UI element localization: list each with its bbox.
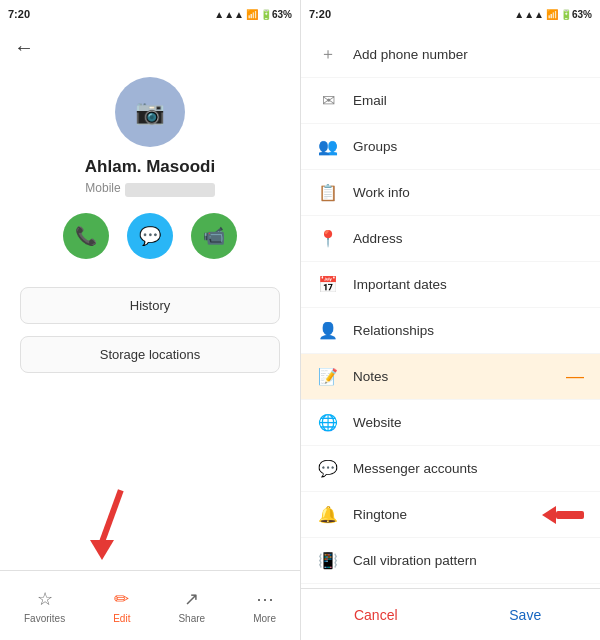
wifi-icon: 📶 <box>246 9 258 20</box>
dates-icon: 📅 <box>317 275 339 294</box>
cancel-button[interactable]: Cancel <box>301 589 451 640</box>
save-button[interactable]: Save <box>451 589 601 640</box>
menu-text-vibration: Call vibration pattern <box>353 553 584 568</box>
menu-item-dates[interactable]: 📅 Important dates <box>301 262 600 308</box>
work-info-icon: 📋 <box>317 183 339 202</box>
nav-favorites-label: Favorites <box>24 613 65 624</box>
menu-text-notes: Notes <box>353 369 552 384</box>
nav-share[interactable]: ↗ Share <box>178 588 205 624</box>
menu-item-address[interactable]: 📍 Address <box>301 216 600 262</box>
arrow-head <box>90 540 114 560</box>
menu-item-vibration[interactable]: 📳 Call vibration pattern <box>301 538 600 584</box>
menu-text-email: Email <box>353 93 584 108</box>
menu-item-notes[interactable]: 📝 Notes — <box>301 354 600 400</box>
battery-icon-r: 🔋63% <box>560 9 592 20</box>
groups-icon: 👥 <box>317 137 339 156</box>
menu-item-work-info[interactable]: 📋 Work info <box>301 170 600 216</box>
nav-favorites[interactable]: ☆ Favorites <box>24 588 65 624</box>
menu-item-email[interactable]: ✉ Email <box>301 78 600 124</box>
mobile-label: Mobile <box>85 181 120 195</box>
add-phone-icon: ＋ <box>317 44 339 65</box>
menu-text-add-phone: Add phone number <box>353 47 584 62</box>
contact-info: 📷 Ahlam. Masoodi Mobile 📞 💬 📹 <box>0 67 300 281</box>
action-buttons: 📞 💬 📹 <box>63 213 237 259</box>
status-bar-right: 7:20 ▲▲▲ 📶 🔋63% <box>301 0 600 28</box>
messenger-icon: 💬 <box>317 459 339 478</box>
back-button[interactable]: ← <box>14 36 34 59</box>
bottom-nav: ☆ Favorites ✏ Edit ↗ Share ⋯ More <box>0 570 300 640</box>
nav-more[interactable]: ⋯ More <box>253 588 276 624</box>
menu-item-website[interactable]: 🌐 Website <box>301 400 600 446</box>
left-panel: 7:20 ▲▲▲ 📶 🔋63% ← 📷 Ahlam. Masoodi Mobil… <box>0 0 300 640</box>
right-panel: 7:20 ▲▲▲ 📶 🔋63% ＋ Add phone number ✉ Ema… <box>300 0 600 640</box>
edit-icon: ✏ <box>114 588 129 610</box>
avatar: 📷 <box>115 77 185 147</box>
call-button[interactable]: 📞 <box>63 213 109 259</box>
menu-item-ringtone[interactable]: 🔔 Ringtone <box>301 492 600 538</box>
nav-edit[interactable]: ✏ Edit <box>113 588 130 624</box>
menu-item-add-phone[interactable]: ＋ Add phone number <box>301 32 600 78</box>
status-bar-left: 7:20 ▲▲▲ 📶 🔋63% <box>0 0 300 28</box>
nav-more-label: More <box>253 613 276 624</box>
nav-edit-label: Edit <box>113 613 130 624</box>
camera-icon: 📷 <box>135 98 165 126</box>
menu-list: ＋ Add phone number ✉ Email 👥 Groups 📋 Wo… <box>301 28 600 588</box>
menu-text-messenger: Messenger accounts <box>353 461 584 476</box>
menu-item-relationships[interactable]: 👤 Relationships <box>301 308 600 354</box>
time-right: 7:20 <box>309 8 331 20</box>
signal-icon: ▲▲▲ <box>214 9 244 20</box>
ringtone-red-arrow <box>542 506 584 524</box>
contact-name: Ahlam. Masoodi <box>85 157 215 177</box>
notes-minus-icon: — <box>566 366 584 387</box>
red-arrow-indicator <box>90 487 114 560</box>
menu-text-address: Address <box>353 231 584 246</box>
nav-share-label: Share <box>178 613 205 624</box>
video-button[interactable]: 📹 <box>191 213 237 259</box>
menu-text-ringtone: Ringtone <box>353 507 522 522</box>
wifi-icon-r: 📶 <box>546 9 558 20</box>
relationships-icon: 👤 <box>317 321 339 340</box>
status-icons-right: ▲▲▲ 📶 🔋63% <box>514 9 592 20</box>
menu-item-messenger[interactable]: 💬 Messenger accounts <box>301 446 600 492</box>
notes-icon: 📝 <box>317 367 339 386</box>
menu-text-dates: Important dates <box>353 277 584 292</box>
menu-text-website: Website <box>353 415 584 430</box>
share-icon: ↗ <box>184 588 199 610</box>
signal-icon-r: ▲▲▲ <box>514 9 544 20</box>
mobile-row: Mobile <box>85 181 214 199</box>
status-icons-left: ▲▲▲ 📶 🔋63% <box>214 9 292 20</box>
menu-item-groups[interactable]: 👥 Groups <box>301 124 600 170</box>
website-icon: 🌐 <box>317 413 339 432</box>
back-header: ← <box>0 28 300 67</box>
arrow-head-icon <box>542 506 556 524</box>
battery-icon: 🔋63% <box>260 9 292 20</box>
address-icon: 📍 <box>317 229 339 248</box>
favorites-icon: ☆ <box>37 588 53 610</box>
bottom-actions: Cancel Save <box>301 588 600 640</box>
email-icon: ✉ <box>317 91 339 110</box>
menu-text-work-info: Work info <box>353 185 584 200</box>
menu-text-relationships: Relationships <box>353 323 584 338</box>
phone-masked <box>125 183 215 197</box>
history-button[interactable]: History <box>20 287 280 324</box>
arrow-shaft-icon <box>556 511 584 519</box>
ringtone-icon: 🔔 <box>317 505 339 524</box>
menu-text-groups: Groups <box>353 139 584 154</box>
vibration-icon: 📳 <box>317 551 339 570</box>
arrow-shaft <box>99 489 123 543</box>
time-left: 7:20 <box>8 8 30 20</box>
storage-button[interactable]: Storage locations <box>20 336 280 373</box>
message-button[interactable]: 💬 <box>127 213 173 259</box>
more-icon: ⋯ <box>256 588 274 610</box>
